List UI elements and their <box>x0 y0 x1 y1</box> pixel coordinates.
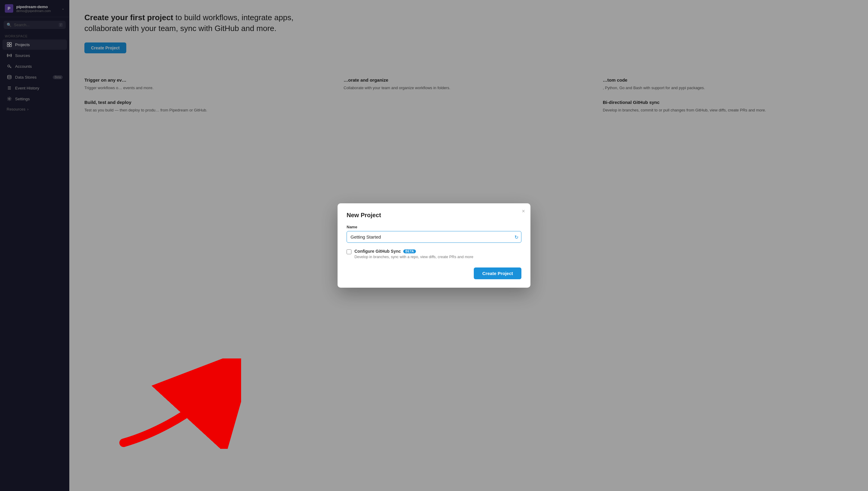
github-sync-desc: Develop in branches, sync with a repo, v… <box>355 255 473 259</box>
new-project-modal: × New Project Name ↻ Configure GitHub Sy… <box>338 203 530 288</box>
modal-create-project-button[interactable]: Create Project <box>474 267 522 279</box>
github-sync-checkbox[interactable] <box>346 250 352 254</box>
modal-overlay[interactable]: × New Project Name ↻ Configure GitHub Sy… <box>0 0 868 491</box>
modal-actions: Create Project <box>346 267 522 279</box>
project-name-input[interactable] <box>346 231 522 243</box>
modal-title: New Project <box>346 212 522 219</box>
github-sync-badge: BETA <box>403 250 416 253</box>
github-sync-row: Configure GitHub Sync BETA Develop in br… <box>346 249 522 259</box>
github-sync-title: Configure GitHub Sync <box>355 249 401 254</box>
modal-close-button[interactable]: × <box>522 208 525 214</box>
github-sync-text: Configure GitHub Sync BETA Develop in br… <box>355 249 473 259</box>
github-sync-label-row: Configure GitHub Sync BETA <box>355 249 473 254</box>
name-input-wrap: ↻ <box>346 231 522 243</box>
refresh-icon: ↻ <box>514 234 519 240</box>
name-label: Name <box>346 225 522 229</box>
